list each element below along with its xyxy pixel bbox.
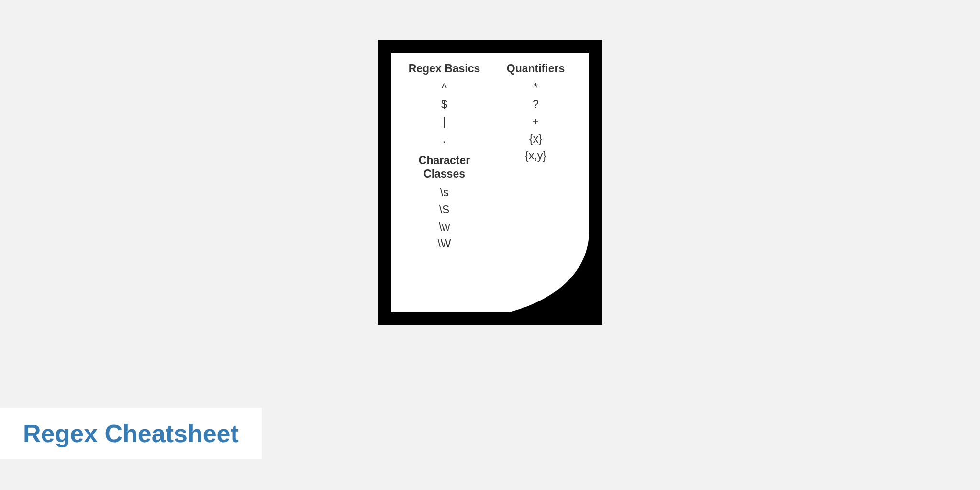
heading-line: Classes [423,167,465,180]
char-class-item: \s [401,184,487,201]
title-box: Regex Cheatsheet [0,408,262,459]
quantifier-item: ? [493,96,579,113]
char-class-item: \S [401,201,487,219]
char-class-item: \w [401,219,487,236]
cheatsheet-content: Regex Basics ^ $ | . Character Classes \… [401,62,579,259]
quantifier-item: * [493,79,579,97]
quantifiers-heading: Quantifiers [493,62,579,76]
quantifier-item: + [493,113,579,131]
regex-basic-item: ^ [401,79,487,97]
left-column: Regex Basics ^ $ | . Character Classes \… [401,62,487,259]
quantifier-item: {x,y} [493,147,579,165]
regex-basic-item: | [401,113,487,131]
page-title: Regex Cheatsheet [23,419,239,448]
char-classes-heading: Character Classes [401,154,487,180]
right-column: Quantifiers * ? + {x} {x,y} [493,62,579,259]
quantifiers-section: Quantifiers * ? + {x} {x,y} [493,62,579,165]
quantifier-item: {x} [493,131,579,148]
regex-basic-item: . [401,131,487,148]
regex-basic-item: $ [401,96,487,113]
char-class-item: \W [401,235,487,253]
char-classes-section: Character Classes \s \S \w \W [401,154,487,253]
regex-basics-heading: Regex Basics [401,62,487,76]
regex-basics-section: Regex Basics ^ $ | . [401,62,487,147]
heading-line: Character [419,154,470,167]
